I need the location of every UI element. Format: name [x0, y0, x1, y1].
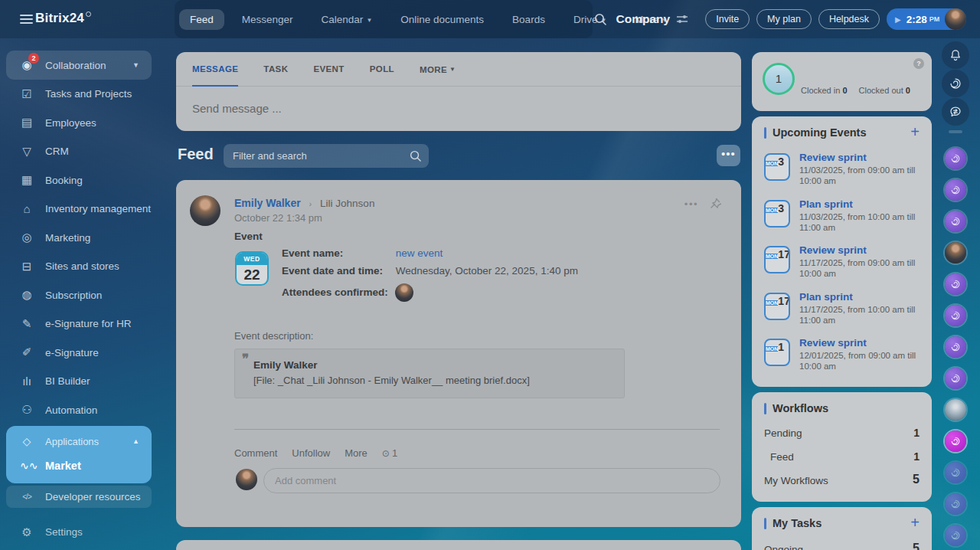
- add-event-icon[interactable]: +: [910, 123, 920, 141]
- task-row-ongoing[interactable]: Ongoing5: [764, 544, 920, 550]
- user-avatar[interactable]: [945, 8, 966, 30]
- hamburger-menu-icon[interactable]: [20, 15, 33, 24]
- sidebar-item-automation[interactable]: ⚇Automation: [0, 396, 162, 425]
- chat-avatar[interactable]: [945, 273, 966, 295]
- post-menu-icon[interactable]: •••: [684, 198, 698, 210]
- app-logo[interactable]: Bitrix24: [35, 11, 91, 26]
- signature-pen-icon: ✐: [20, 345, 34, 359]
- collaboration-icon: ◉2: [20, 58, 34, 72]
- event-name-link[interactable]: new event: [396, 247, 443, 259]
- quote-author: Emily Walker: [253, 359, 318, 371]
- clock-in-widget[interactable]: 1 Clocked in 0 Clocked out 0 ?: [752, 52, 932, 111]
- clock-counter: 1: [763, 63, 795, 95]
- sidebar-item-collaboration[interactable]: ◉2 Collaboration ▼: [6, 51, 152, 80]
- filter-sliders-icon[interactable]: [676, 14, 688, 25]
- clock-in-timer-button[interactable]: ▶ 2:28 PM: [887, 8, 966, 30]
- chat-avatar[interactable]: [945, 462, 966, 483]
- search-icon[interactable]: [409, 149, 422, 162]
- chat-avatar[interactable]: [945, 148, 966, 169]
- comment-action[interactable]: Comment: [234, 447, 277, 459]
- next-post-card-edge: [176, 540, 741, 550]
- workflow-row-pending[interactable]: Pending1: [764, 427, 920, 439]
- view-count: ⊙1: [382, 447, 397, 459]
- company-selector[interactable]: Company: [616, 12, 671, 26]
- composer-tab-event[interactable]: EVENT: [313, 52, 344, 87]
- code-icon: </>: [20, 493, 34, 501]
- chevron-up-icon: ▲: [132, 437, 139, 445]
- search-icon[interactable]: [593, 12, 607, 26]
- author-avatar[interactable]: [190, 195, 220, 226]
- send-message-input[interactable]: [192, 94, 720, 122]
- composer-tab-task[interactable]: TASK: [263, 52, 288, 87]
- notifications-button[interactable]: [942, 41, 969, 69]
- sidebar-item-esignature[interactable]: ✐e-Signature: [0, 339, 162, 368]
- chat-avatar[interactable]: [945, 211, 966, 232]
- pin-icon[interactable]: [709, 197, 721, 209]
- chat-avatar[interactable]: [945, 336, 966, 358]
- my-plan-button[interactable]: My plan: [756, 9, 812, 29]
- workflow-row-feed[interactable]: Feed1: [764, 451, 920, 463]
- add-comment-input[interactable]: [275, 469, 704, 493]
- chat-avatar[interactable]: [945, 179, 966, 201]
- clock-stats: Clocked in 0 Clocked out 0: [801, 86, 920, 95]
- tab-calendar[interactable]: Calendar▼: [311, 9, 384, 30]
- composer-tab-message[interactable]: MESSAGE: [192, 52, 238, 87]
- add-task-icon[interactable]: +: [910, 514, 920, 532]
- feed-more-button[interactable]: •••: [717, 145, 740, 166]
- unfollow-action[interactable]: Unfollow: [292, 447, 330, 459]
- tab-online-documents[interactable]: Online documents: [390, 9, 495, 30]
- cube-icon: ◇: [20, 435, 34, 447]
- chat-avatar[interactable]: [945, 368, 966, 389]
- more-action[interactable]: More: [345, 447, 368, 459]
- help-icon[interactable]: ?: [913, 58, 924, 69]
- composer-tab-more[interactable]: MORE▼: [420, 52, 456, 87]
- sidebar-item-bi-builder[interactable]: ılıBI Builder: [0, 367, 162, 396]
- chat-avatar[interactable]: [945, 493, 966, 515]
- sidebar-item-tasks-and-projects[interactable]: ☑Tasks and Projects: [0, 80, 162, 109]
- chats-button[interactable]: [942, 98, 969, 126]
- sidebar-item-inventory-management[interactable]: ⌂Inventory management: [0, 195, 162, 224]
- event-title-link[interactable]: Review sprint: [799, 152, 867, 163]
- filter-search-input[interactable]: [233, 144, 397, 168]
- tab-boards[interactable]: Boards: [501, 9, 556, 30]
- sidebar-item-crm[interactable]: ▽CRM: [0, 137, 162, 166]
- tab-feed[interactable]: Feed: [179, 9, 224, 30]
- event-title-link[interactable]: Review sprint: [799, 244, 867, 256]
- sidebar-item-applications[interactable]: ◇ Applications ▲: [6, 426, 152, 452]
- attendee-avatar[interactable]: [395, 283, 413, 302]
- sidebar-item-esignature-for-hr[interactable]: ✎e-Signature for HR: [0, 309, 162, 339]
- chat-avatar[interactable]: [945, 305, 966, 326]
- event-title-link[interactable]: Review sprint: [799, 337, 867, 349]
- marketing-target-icon: ◎: [20, 231, 34, 244]
- invite-button[interactable]: Invite: [705, 9, 750, 29]
- booking-calendar-icon: ▦: [20, 173, 34, 187]
- sidebar-item-developer-resources[interactable]: </> Developer resources: [6, 486, 152, 508]
- sidebar-item-marketing[interactable]: ◎Marketing: [0, 224, 162, 253]
- chat-avatar[interactable]: [945, 525, 966, 546]
- post-author-link[interactable]: Emily Walker: [234, 197, 301, 209]
- notification-badge: 2: [28, 53, 39, 64]
- chat-avatar-active[interactable]: [945, 431, 966, 452]
- widget-title: Workflows: [773, 402, 828, 414]
- workflow-row-my-workflows[interactable]: My Workflows5: [764, 475, 920, 486]
- composer-tab-poll[interactable]: POLL: [370, 52, 394, 87]
- event-title-link[interactable]: Plan sprint: [799, 291, 853, 303]
- play-icon: ▶: [895, 15, 901, 24]
- sidebar-item-subscription[interactable]: ◍Subscription: [0, 281, 162, 310]
- contact-avatar[interactable]: [945, 242, 966, 264]
- attendees-field: Attendees confirmed:: [282, 286, 393, 298]
- sidebar-item-employees[interactable]: ▤Employees: [0, 109, 162, 138]
- sidebar-item-sites-and-stores[interactable]: ⊟Sites and stores: [0, 252, 162, 281]
- event-name-field: Event name: new event: [282, 247, 443, 259]
- shopping-cart-icon: ⊟: [20, 260, 34, 273]
- sidebar-item-booking[interactable]: ▦Booking: [0, 166, 162, 195]
- bot-avatar[interactable]: [945, 399, 966, 421]
- post-recipient-link[interactable]: Lili Johnson: [320, 198, 374, 209]
- event-title-link[interactable]: Plan sprint: [799, 198, 853, 210]
- tab-messenger[interactable]: Messenger: [231, 9, 304, 30]
- sidebar-item-market[interactable]: ∿∿ Market: [6, 452, 152, 480]
- sidebar-item-settings[interactable]: ⚙ Settings: [0, 518, 162, 546]
- helpdesk-button[interactable]: Helpdesk: [818, 9, 880, 29]
- tasks-icon: ☑: [20, 87, 34, 101]
- copilot-button[interactable]: [942, 70, 969, 97]
